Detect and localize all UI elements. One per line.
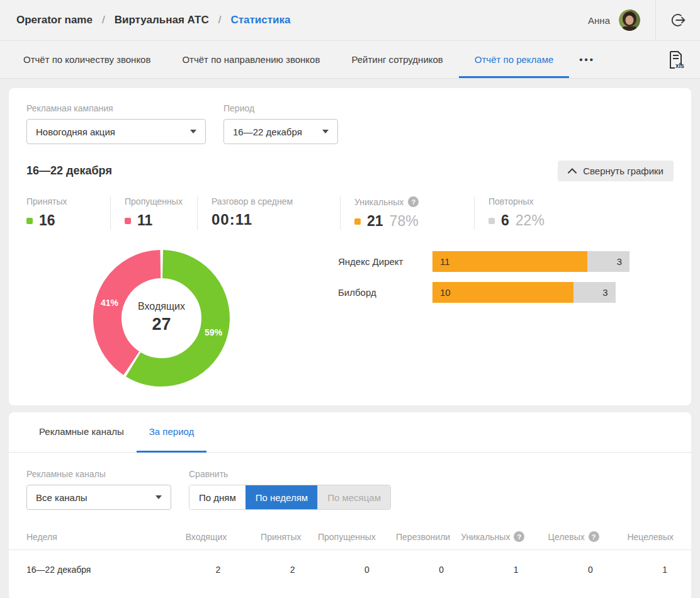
chevron-down-icon (322, 130, 329, 133)
breadcrumb: Operator name / Виртуальная АТС / Статис… (16, 14, 290, 26)
unique-help-icon[interactable]: ? (408, 196, 419, 207)
channels-select-value: Все каналы (36, 492, 87, 503)
period-title: 16—22 декабря (26, 164, 112, 178)
more-tabs-button[interactable]: ••• (569, 41, 605, 78)
bar-repeat: 3 (587, 251, 629, 272)
stat-unique: Уникальных ? 21 78% (340, 196, 474, 230)
breadcrumb-statistics: Статистика (230, 14, 290, 26)
period-select-value: 16—22 декабря (233, 127, 302, 137)
stat-repeat: Повторных 6 22% (474, 196, 558, 230)
chevron-up-icon (568, 168, 577, 174)
top-header: Operator name / Виртуальная АТС / Статис… (0, 0, 700, 41)
stat-missed: Пропущенных 11 (110, 196, 197, 230)
pie-percent-label: 41% (97, 298, 122, 308)
bar-row: Билборд 10 3 (338, 282, 674, 303)
avatar[interactable] (619, 9, 640, 31)
user-name: Анна (588, 15, 610, 26)
pie-percent-label: 59% (201, 327, 226, 337)
chevron-down-icon (190, 130, 196, 133)
breadcrumb-operator[interactable]: Operator name (16, 14, 93, 26)
channels-bar-chart: Яндекс Директ 11 3 Билборд 10 3 (338, 250, 674, 313)
missed-legend-square (125, 218, 131, 224)
period-select[interactable]: 16—22 декабря (223, 119, 338, 144)
table-header: Неделя Входящих Принятых Пропущенных Пер… (9, 524, 691, 550)
accepted-legend-square (26, 218, 33, 224)
bar-category-label: Билборд (338, 287, 432, 298)
logout-icon (670, 12, 686, 28)
period-filter-label: Период (223, 103, 338, 113)
breadcrumb-separator: / (218, 14, 222, 26)
bar-unique: 11 (432, 251, 587, 272)
export-xls-button[interactable]: xls (667, 41, 685, 78)
tab-call-count-report[interactable]: Отчёт по количеству звонков (8, 41, 166, 78)
target-column-help-icon[interactable]: ? (589, 531, 599, 542)
chevron-down-icon (155, 495, 162, 499)
bar-row: Яндекс Директ 11 3 (338, 251, 674, 272)
col-called-back: Перезвонили (376, 532, 450, 542)
col-week: Неделя (26, 532, 152, 542)
compare-filter-label: Сравнить (189, 469, 391, 479)
table-row: 16—22 декабря 2 2 0 0 1 0 1 (9, 550, 691, 589)
col-non-target: Нецелевых (599, 532, 674, 542)
channels-select[interactable]: Все каналы (26, 485, 171, 510)
period-filter: Период 16—22 декабря (223, 103, 338, 144)
period-panel-tabs: Рекламные каналы За период (9, 412, 691, 453)
period-table-card: Рекламные каналы За период Рекламные кан… (9, 412, 691, 598)
bar-repeat: 3 (573, 282, 616, 303)
tab-ad-report[interactable]: Отчёт по рекламе (459, 41, 570, 78)
compare-filter: Сравнить По дням По неделям По месяцам (189, 469, 391, 510)
unique-column-help-icon[interactable]: ? (514, 531, 524, 542)
stat-accepted: Принятых 16 (26, 196, 110, 230)
col-target: Целевых ? (524, 531, 599, 542)
segment-by-days[interactable]: По дням (189, 485, 246, 509)
stat-avg-talk: Разговор в среднем 00:11 (197, 196, 340, 230)
ad-report-card: Рекламная кампания Новогодняя акция Пери… (9, 88, 691, 405)
xls-export-icon: xls (667, 50, 685, 70)
campaign-select-value: Новогодняя акция (36, 127, 115, 137)
compare-segmented-control: По дням По неделям По месяцам (189, 485, 391, 510)
bar-category-label: Яндекс Директ (338, 256, 432, 267)
campaign-filter-label: Рекламная кампания (26, 103, 206, 113)
tab-employee-rating[interactable]: Рейтинг сотрудников (336, 41, 458, 78)
segment-by-months: По месяцам (317, 485, 390, 509)
svg-text:xls: xls (675, 62, 684, 69)
stats-row: Принятых 16 Пропущенных 11 Разговор в ср… (26, 196, 674, 230)
tab-by-period[interactable]: За период (137, 412, 207, 453)
tab-call-direction-report[interactable]: Отчёт по направлению звонков (166, 41, 336, 78)
tab-ad-channels[interactable]: Рекламные каналы (26, 412, 137, 453)
incoming-calls-donut-chart: Входящих 27 59%41% (93, 250, 230, 386)
col-unique: Уникальных ? (450, 531, 524, 542)
breadcrumb-vats[interactable]: Виртуальная АТС (115, 14, 209, 26)
breadcrumb-separator: / (102, 14, 105, 26)
col-missed: Пропущенных (302, 532, 376, 542)
period-stats-table: Неделя Входящих Принятых Пропущенных Пер… (9, 524, 691, 589)
ellipsis-icon: ••• (579, 54, 595, 65)
segment-by-weeks[interactable]: По неделям (246, 485, 317, 509)
logout-button[interactable] (656, 0, 700, 40)
campaign-filter: Рекламная кампания Новогодняя акция (26, 103, 206, 144)
unique-legend-square (354, 218, 361, 225)
report-tabbar: Отчёт по количеству звонков Отчёт по нап… (0, 41, 700, 79)
repeat-legend-square (488, 218, 495, 224)
col-incoming: Входящих (152, 532, 227, 542)
campaign-select[interactable]: Новогодняя акция (26, 119, 206, 144)
channels-filter-label: Рекламные каналы (26, 469, 171, 479)
channels-filter: Рекламные каналы Все каналы (26, 469, 171, 510)
collapse-charts-button[interactable]: Свернуть графики (558, 161, 674, 181)
col-accepted: Принятых (227, 532, 301, 542)
bar-unique: 10 (432, 282, 573, 303)
